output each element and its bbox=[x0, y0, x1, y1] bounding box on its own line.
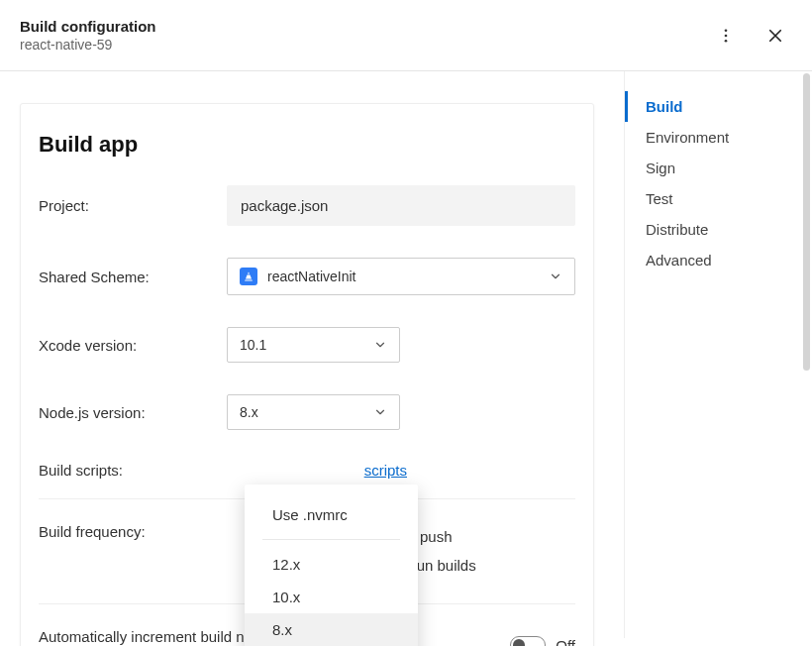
sidebar-item-test[interactable]: Test bbox=[625, 183, 812, 214]
scrollbar[interactable] bbox=[803, 73, 810, 371]
node-option-12-x[interactable]: 12.x bbox=[245, 548, 418, 581]
node-option-nvmrc[interactable]: Use .nvmrc bbox=[245, 498, 418, 531]
settings-sidebar: BuildEnvironmentSignTestDistributeAdvanc… bbox=[624, 71, 812, 638]
dialog-header: Build configuration react-native-59 bbox=[0, 0, 812, 71]
shared-scheme-select[interactable]: reactNativeInit bbox=[227, 258, 575, 295]
close-button[interactable] bbox=[762, 23, 788, 49]
svg-point-0 bbox=[725, 29, 728, 32]
node-option-8-x[interactable]: 8.x bbox=[245, 613, 418, 646]
svg-point-1 bbox=[725, 34, 728, 37]
card-title: Build app bbox=[39, 132, 575, 158]
build-settings-card: Build app Project: Shared Scheme: reac bbox=[20, 103, 594, 646]
shared-scheme-label: Shared Scheme: bbox=[39, 269, 227, 285]
sidebar-item-sign[interactable]: Sign bbox=[625, 153, 812, 183]
sidebar-item-distribute[interactable]: Distribute bbox=[625, 214, 812, 245]
sidebar-item-build[interactable]: Build bbox=[625, 91, 812, 122]
app-store-icon bbox=[240, 268, 257, 285]
build-scripts-label: Build scripts: bbox=[39, 462, 227, 479]
header-title: Build configuration bbox=[20, 18, 155, 35]
chevron-down-icon bbox=[373, 405, 387, 419]
build-scripts-link[interactable]: scripts bbox=[364, 462, 407, 479]
sidebar-item-advanced[interactable]: Advanced bbox=[625, 245, 812, 275]
chevron-down-icon bbox=[373, 338, 387, 352]
sidebar-item-environment[interactable]: Environment bbox=[625, 122, 812, 153]
more-vertical-icon bbox=[717, 27, 735, 45]
auto-increment-toggle[interactable] bbox=[510, 636, 546, 646]
build-frequency-option-push[interactable]: ery push bbox=[395, 523, 575, 552]
toggle-knob bbox=[513, 639, 525, 646]
svg-point-2 bbox=[725, 39, 728, 42]
chevron-down-icon bbox=[549, 269, 562, 283]
node-option-10-x[interactable]: 10.x bbox=[245, 581, 418, 613]
node-version-select[interactable]: 8.x bbox=[227, 394, 400, 430]
build-frequency-option-manual[interactable]: to run builds bbox=[395, 552, 575, 581]
project-field bbox=[227, 185, 575, 226]
node-version-label: Node.js version: bbox=[39, 404, 227, 421]
project-label: Project: bbox=[39, 197, 227, 214]
node-version-value: 8.x bbox=[240, 404, 258, 420]
dropdown-divider bbox=[262, 539, 400, 540]
xcode-version-select[interactable]: 10.1 bbox=[227, 327, 400, 363]
shared-scheme-value: reactNativeInit bbox=[267, 269, 355, 284]
header-subtitle: react-native-59 bbox=[20, 37, 155, 53]
close-icon bbox=[766, 27, 784, 45]
more-options-button[interactable] bbox=[713, 23, 739, 49]
toggle-state-text: Off bbox=[556, 637, 575, 647]
xcode-version-value: 10.1 bbox=[240, 337, 266, 353]
node-version-dropdown: Use .nvmrc 12.x10.x8.x6.x bbox=[245, 484, 418, 646]
xcode-version-label: Xcode version: bbox=[39, 337, 227, 354]
build-frequency-label: Build frequency: bbox=[39, 523, 227, 540]
